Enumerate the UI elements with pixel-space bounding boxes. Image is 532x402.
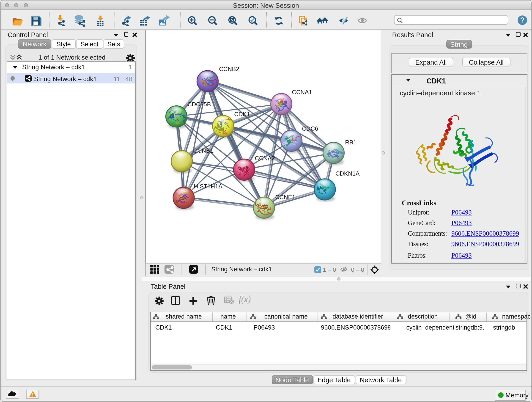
svg-text:RB1: RB1 [345,139,356,146]
svg-text:?: ? [520,16,525,24]
svg-text:CCNE1: CCNE1 [275,194,295,201]
svg-text:CCNA2: CCNA2 [254,155,275,162]
svg-text:HIST1H1A: HIST1H1A [194,183,222,190]
svg-text:CCNB2: CCNB2 [219,65,239,72]
svg-text:CDKN1A: CDKN1A [335,170,360,177]
svg-text:CCNA1: CCNA1 [292,89,312,96]
svg-text:CDC6: CDC6 [302,125,318,132]
svg-text:CDK1: CDK1 [234,111,250,118]
svg-text:CCNB1: CCNB1 [193,147,213,154]
svg-text:CDC25B: CDC25B [187,101,211,108]
